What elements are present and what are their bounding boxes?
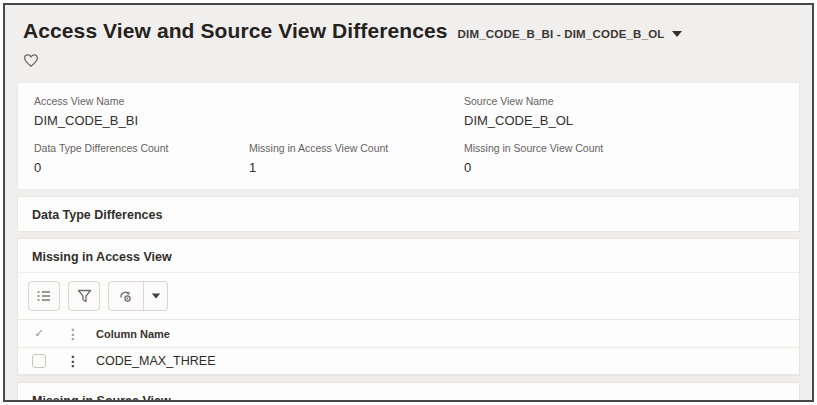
- favorite-button[interactable]: [23, 53, 39, 68]
- field-value: DIM_CODE_B_BI: [34, 113, 464, 128]
- table-header-row: ✓ ⋮ Column Name: [18, 319, 799, 347]
- section-title: Missing in Access View: [32, 250, 172, 264]
- filter-button[interactable]: [68, 281, 100, 311]
- page-title: Access View and Source View Differences: [23, 19, 448, 43]
- cell-column-name: CODE_MAX_THREE: [86, 354, 799, 368]
- field-label: Access View Name: [34, 95, 464, 107]
- field-label: Data Type Differences Count: [34, 142, 249, 154]
- section-data-type-differences[interactable]: Data Type Differences: [17, 196, 800, 232]
- manage-columns-button[interactable]: [28, 281, 60, 311]
- caret-down-icon: [672, 31, 682, 37]
- column-header-column-name[interactable]: Column Name: [86, 328, 799, 340]
- export-menu-button[interactable]: [143, 282, 167, 310]
- section-missing-in-access-view: Missing in Access View: [17, 238, 800, 376]
- page: Access View and Source View Differences …: [5, 5, 812, 402]
- list-columns-icon: [36, 289, 52, 303]
- section-title: Data Type Differences: [32, 208, 162, 222]
- field-source-view-name: Source View Name DIM_CODE_B_OL: [464, 95, 783, 128]
- export-split-button: [108, 281, 168, 311]
- heart-icon: [23, 53, 39, 68]
- export-icon: [118, 289, 134, 303]
- kebab-icon: ⋮: [66, 327, 80, 341]
- header-menu[interactable]: ⋮: [60, 327, 86, 341]
- grid-toolbar: [18, 273, 799, 319]
- select-all-header[interactable]: ✓: [18, 327, 60, 340]
- field-label: Source View Name: [464, 95, 783, 107]
- field-label: Missing in Access View Count: [249, 142, 464, 154]
- comparison-selector[interactable]: DIM_CODE_B_BI - DIM_CODE_B_OL: [458, 28, 682, 40]
- row-checkbox[interactable]: [32, 354, 46, 368]
- summary-card: Access View Name DIM_CODE_B_BI Source Vi…: [17, 82, 800, 190]
- section-missing-in-access-view-header[interactable]: Missing in Access View: [18, 239, 799, 273]
- filter-funnel-icon: [77, 289, 92, 303]
- field-value: 0: [464, 160, 783, 175]
- field-missing-in-access-view-count: Missing in Access View Count 1: [249, 142, 464, 175]
- field-value: DIM_CODE_B_OL: [464, 113, 783, 128]
- kebab-icon: ⋮: [66, 354, 80, 368]
- app-window: Access View and Source View Differences …: [3, 3, 814, 402]
- page-header: Access View and Source View Differences …: [11, 11, 806, 82]
- section-title: Missing in Source View: [32, 394, 171, 402]
- missing-in-access-view-table: ✓ ⋮ Column Name ⋮ CODE_MAX_THREE: [18, 319, 799, 375]
- field-value: 0: [34, 160, 249, 175]
- field-value: 1: [249, 160, 464, 175]
- row-menu-button[interactable]: ⋮: [60, 354, 86, 368]
- field-label: Missing in Source View Count: [464, 142, 783, 154]
- row-select-cell: [18, 354, 60, 368]
- field-missing-in-source-view-count: Missing in Source View Count 0: [464, 142, 783, 175]
- export-button[interactable]: [109, 282, 143, 310]
- checkmark-icon: ✓: [34, 327, 43, 340]
- comparison-selector-label: DIM_CODE_B_BI - DIM_CODE_B_OL: [458, 28, 665, 40]
- section-missing-in-source-view[interactable]: Missing in Source View: [17, 382, 800, 402]
- field-data-type-differences-count: Data Type Differences Count 0: [34, 142, 249, 175]
- field-access-view-name: Access View Name DIM_CODE_B_BI: [34, 95, 464, 128]
- table-row[interactable]: ⋮ CODE_MAX_THREE: [18, 347, 799, 375]
- caret-down-icon: [151, 293, 160, 298]
